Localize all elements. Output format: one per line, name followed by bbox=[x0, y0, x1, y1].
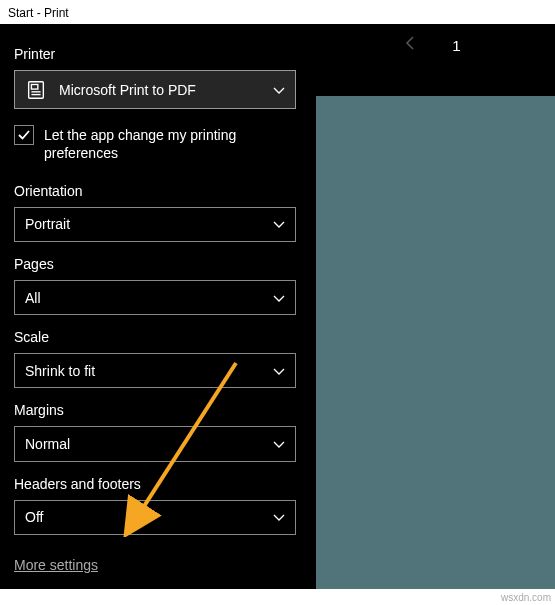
chevron-down-icon bbox=[273, 438, 285, 450]
preview-panel: 1 bbox=[310, 24, 555, 589]
watermark-text: wsxdn.com bbox=[501, 592, 551, 603]
print-dialog: Printer Microsoft Print to PDF Let the a… bbox=[0, 24, 555, 589]
scale-value: Shrink to fit bbox=[25, 363, 273, 379]
orientation-value: Portrait bbox=[25, 216, 273, 232]
prev-page-button[interactable] bbox=[404, 36, 416, 54]
chevron-down-icon bbox=[273, 84, 285, 96]
page-number: 1 bbox=[452, 37, 460, 54]
headers-footers-label: Headers and footers bbox=[14, 476, 296, 492]
headers-footers-value: Off bbox=[25, 509, 273, 525]
window-title-bar: Start - Print bbox=[0, 0, 555, 26]
pages-value: All bbox=[25, 290, 273, 306]
margins-select[interactable]: Normal bbox=[14, 426, 296, 461]
chevron-down-icon bbox=[273, 218, 285, 230]
pages-select[interactable]: All bbox=[14, 280, 296, 315]
chevron-down-icon bbox=[273, 365, 285, 377]
chevron-down-icon bbox=[273, 511, 285, 523]
app-change-prefs-label: Let the app change my printing preferenc… bbox=[44, 125, 296, 162]
printer-pdf-icon bbox=[25, 79, 47, 101]
margins-value: Normal bbox=[25, 436, 273, 452]
margins-label: Margins bbox=[14, 402, 296, 418]
window-title: Start - Print bbox=[8, 6, 69, 20]
printer-select[interactable]: Microsoft Print to PDF bbox=[14, 70, 296, 109]
orientation-select[interactable]: Portrait bbox=[14, 207, 296, 242]
pages-label: Pages bbox=[14, 256, 296, 272]
page-preview bbox=[316, 96, 555, 589]
svg-rect-1 bbox=[31, 84, 37, 89]
orientation-label: Orientation bbox=[14, 183, 296, 199]
page-navigator: 1 bbox=[310, 36, 555, 54]
scale-select[interactable]: Shrink to fit bbox=[14, 353, 296, 388]
more-settings-link[interactable]: More settings bbox=[14, 557, 296, 573]
settings-panel: Printer Microsoft Print to PDF Let the a… bbox=[0, 24, 310, 589]
chevron-down-icon bbox=[273, 292, 285, 304]
printer-value: Microsoft Print to PDF bbox=[59, 82, 261, 98]
app-change-prefs-checkbox[interactable] bbox=[14, 125, 34, 145]
app-change-prefs-row[interactable]: Let the app change my printing preferenc… bbox=[14, 125, 296, 162]
headers-footers-select[interactable]: Off bbox=[14, 500, 296, 535]
scale-label: Scale bbox=[14, 329, 296, 345]
printer-label: Printer bbox=[14, 46, 296, 62]
